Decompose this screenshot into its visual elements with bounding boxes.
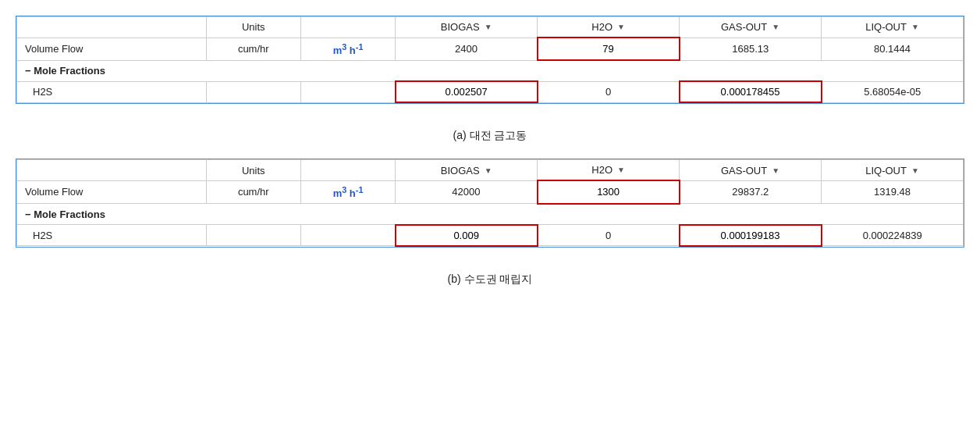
table-row: Volume Flow cum/hr m3 h-1 2400 79 1685.1… (17, 37, 964, 60)
dropdown-arrow-biogas-2[interactable]: ▼ (485, 166, 492, 175)
stream-header-liqout[interactable]: LIQ-OUT ▼ (822, 17, 964, 38)
row-label-volume-flow-2: Volume Flow (17, 180, 207, 203)
stream-header-h2o[interactable]: H2O ▼ (538, 17, 680, 38)
stream-name-liqout-2: LIQ-OUT (865, 165, 907, 176)
cell-biogas-h2s-2[interactable]: 0.009 (396, 225, 538, 246)
caption-1: (a) 대전 금고동 (16, 123, 964, 149)
unit-value-volume-flow-2: m3 h-1 (300, 180, 395, 203)
unit-name-volume-flow-2: cum/hr (206, 180, 300, 203)
stream-header-gasout[interactable]: GAS-OUT ▼ (680, 17, 822, 38)
cell-gasout-h2s[interactable]: 0.000178455 (680, 81, 822, 102)
cell-liqout-volume-flow-2: 1319.48 (822, 180, 964, 203)
section-header-mole-fractions-2: − Mole Fractions (17, 204, 964, 225)
cell-liqout-h2s-2: 0.000224839 (822, 225, 964, 246)
header-row-2: Units BIOGAS ▼ H2O ▼ GAS-OUT (17, 160, 964, 181)
empty-header (17, 17, 207, 38)
table-row: − Mole Fractions (17, 204, 964, 225)
dropdown-arrow-h2o-2[interactable]: ▼ (617, 166, 625, 174)
cell-h2o-volume-flow-2[interactable]: 1300 (538, 180, 680, 203)
cell-gasout-volume-flow: 1685.13 (680, 37, 822, 60)
dropdown-arrow-gasout-2[interactable]: ▼ (772, 166, 779, 175)
row-label-volume-flow: Volume Flow (17, 37, 207, 60)
unit-name-h2s-2 (206, 225, 300, 246)
header-row-1: Units BIOGAS ▼ H2O ▼ GAS-OUT (17, 17, 964, 38)
table-row: H2S 0.009 0 0.000199183 0.000224839 (17, 225, 964, 246)
stream-name-biogas-2: BIOGAS (441, 165, 480, 176)
dropdown-arrow-biogas[interactable]: ▼ (485, 23, 492, 31)
cell-h2o-h2s: 0 (538, 81, 680, 102)
unit-value-volume-flow: m3 h-1 (300, 37, 395, 60)
stream-header-biogas[interactable]: BIOGAS ▼ (396, 17, 538, 38)
cell-biogas-volume-flow-2: 42000 (396, 180, 538, 203)
row-label-h2s-2: H2S (17, 225, 207, 246)
cell-liqout-volume-flow: 80.1444 (822, 37, 964, 60)
cell-biogas-h2s[interactable]: 0.002507 (396, 81, 538, 102)
cell-h2o-h2s-2: 0 (538, 225, 680, 246)
stream-header-gasout-2[interactable]: GAS-OUT ▼ (680, 160, 822, 181)
cell-liqout-h2s: 5.68054e-05 (822, 81, 964, 102)
table-row: Volume Flow cum/hr m3 h-1 42000 1300 298… (17, 180, 964, 203)
stream-name-gasout: GAS-OUT (721, 21, 767, 33)
unit-value-h2s (300, 81, 395, 102)
stream-name-biogas: BIOGAS (441, 21, 480, 33)
cell-biogas-volume-flow: 2400 (396, 37, 538, 60)
table-container-1: Units BIOGAS ▼ H2O ▼ GAS-OUT (16, 16, 964, 104)
dropdown-arrow-gasout[interactable]: ▼ (772, 23, 779, 31)
units-label-header: Units (206, 17, 300, 38)
stream-name-liqout: LIQ-OUT (865, 21, 907, 33)
unit-name-h2s (206, 81, 300, 102)
dropdown-arrow-h2o[interactable]: ▼ (617, 23, 625, 31)
stream-name-h2o-2: H2O (591, 164, 612, 176)
table-row: H2S 0.002507 0 0.000178455 5.68054e-05 (17, 81, 964, 102)
caption-2: (b) 수도권 매립지 (16, 266, 964, 293)
units-label-header-2: Units (206, 160, 300, 181)
stream-header-liqout-2[interactable]: LIQ-OUT ▼ (822, 160, 964, 181)
table-2: Units BIOGAS ▼ H2O ▼ GAS-OUT (16, 159, 964, 246)
section-header-mole-fractions: − Mole Fractions (17, 60, 964, 81)
cell-gasout-volume-flow-2: 29837.2 (680, 180, 822, 203)
empty-header-2 (17, 160, 207, 181)
cell-h2o-volume-flow[interactable]: 79 (538, 37, 680, 60)
dropdown-arrow-liqout-2[interactable]: ▼ (911, 166, 919, 175)
table-container-2: Units BIOGAS ▼ H2O ▼ GAS-OUT (16, 159, 964, 247)
table-1: Units BIOGAS ▼ H2O ▼ GAS-OUT (16, 16, 964, 103)
row-label-h2s: H2S (17, 81, 207, 102)
cell-gasout-h2s-2[interactable]: 0.000199183 (680, 225, 822, 246)
table-row: − Mole Fractions (17, 60, 964, 81)
dropdown-arrow-liqout[interactable]: ▼ (911, 23, 919, 31)
units-value-header (300, 17, 395, 38)
unit-value-h2s-2 (300, 225, 395, 246)
stream-header-biogas-2[interactable]: BIOGAS ▼ (396, 160, 538, 181)
units-value-header-2 (300, 160, 395, 181)
stream-name-h2o: H2O (591, 21, 612, 33)
stream-header-h2o-2[interactable]: H2O ▼ (538, 160, 680, 181)
unit-name-volume-flow: cum/hr (206, 37, 300, 60)
stream-name-gasout-2: GAS-OUT (721, 165, 767, 176)
